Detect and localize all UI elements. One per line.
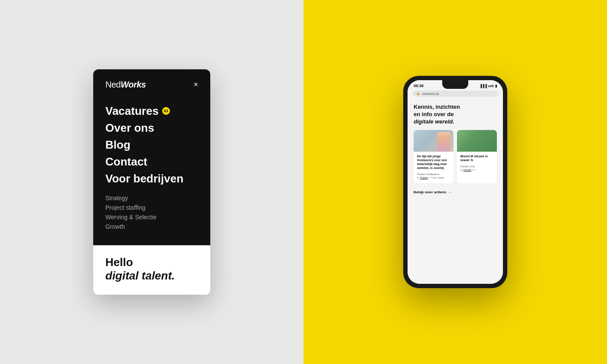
nav-sub-label-growth: Growth [105,223,125,230]
nav-sub-label-project-staffing: Project staffing [105,204,145,211]
tagline: Hello digital talent. [105,256,198,283]
nav-label-vacatures: Vacatures [105,104,159,118]
nav-sub-link-werving[interactable]: Werving & Selectie [105,212,198,222]
heading-line2: en info over de [414,111,454,117]
author-name-1: Paulien Goditiabois [417,173,440,176]
nav-sub-item-growth[interactable]: Growth [105,222,198,231]
nav-sub-label-werving: Werving & Selectie [105,214,157,221]
article-title-1: De tijd dat jonge freelancers voor een b… [417,154,450,170]
nav-sub: Strategy Project staffing Werving & Sele… [105,193,198,231]
nav-link-over-ons[interactable]: Over ons [105,120,198,136]
tagline-italic: digital talent. [105,269,198,283]
phone-time: 09:36 [414,84,424,88]
menu-top: NedWorks × Vacatures53 Over ons [93,69,210,245]
heading-line1: Kennis, inzichten [414,104,460,110]
logo[interactable]: NedWorks [105,80,146,90]
phone-icons: ▐▐▐ wifi ▮ [480,84,497,88]
phone-url-bar: 🔒 nedworks.be [408,89,503,99]
nav-link-voor-bedrijven[interactable]: Voor bedrijven [105,171,198,186]
battery-icon: ▮ [495,84,497,88]
nav-link-contact[interactable]: Contact [105,154,198,169]
right-panel: 09:36 ▐▐▐ wifi ▮ 🔒 nedworks.be Kennis, i… [304,0,607,364]
meer-artikels-text: Bekijk meer artikels [414,190,446,194]
nav-sub-label-strategy: Strategy [105,195,128,202]
read-time-1: 7 min. lezen [430,176,444,179]
nav-sub-link-strategy[interactable]: Strategy [105,193,198,203]
nav-sub-item-project-staffing[interactable]: Project staffing [105,203,198,212]
read-time-2: 7 [473,169,475,171]
meer-artikels-arrow: → [448,190,451,194]
nav-sub-link-growth[interactable]: Growth [105,222,198,231]
tagline-hello: Hello [105,256,133,269]
article-author-1: Paulien Goditiabois in Trends • 7 min. l… [417,172,450,180]
logo-text-normal: Ned [105,80,121,89]
nav-label-blog: Blog [105,138,131,151]
article-body-1: De tijd dat jonge freelancers voor een b… [414,152,454,183]
nav-sub-link-project-staffing[interactable]: Project staffing [105,203,198,212]
category-link-2[interactable]: Trends [463,169,471,171]
article-title-2: Bloovi M nieuwe m brand: N [460,154,493,162]
phone-heading: Kennis, inzichten en info over de digita… [414,104,497,126]
phone-screen: 09:36 ▐▐▐ wifi ▮ 🔒 nedworks.be Kennis, i… [408,80,503,284]
meer-artikels-link[interactable]: Bekijk meer artikels → [414,187,497,196]
nav-item-voor-bedrijven[interactable]: Voor bedrijven [105,171,198,186]
menu-card: NedWorks × Vacatures53 Over ons [93,69,210,295]
heading-italic: digitale wereld. [414,118,454,125]
nav-link-vacatures[interactable]: Vacatures53 [105,104,198,119]
phone-notch [442,80,468,89]
nav-label-over-ons: Over ons [105,121,154,134]
lock-icon: 🔒 [416,92,420,95]
nav-link-blog[interactable]: Blog [105,137,198,153]
wifi-icon: wifi [488,84,494,88]
nav-sub-item-werving[interactable]: Werving & Selectie [105,212,198,222]
nav-item-blog[interactable]: Blog [105,137,198,153]
articles-row: De tijd dat jonge freelancers voor een b… [414,130,497,183]
article-img-1 [414,130,454,152]
menu-header: NedWorks × [105,80,198,90]
article-card-2[interactable]: Bloovi M nieuwe m brand: N Paulien God i… [457,130,497,183]
nav-label-voor-bedrijven: Voor bedrijven [105,172,183,185]
phone-mockup: 09:36 ▐▐▐ wifi ▮ 🔒 nedworks.be Kennis, i… [403,76,507,288]
menu-bottom: Hello digital talent. [93,245,210,295]
logo-text-bold: Works [121,80,146,89]
nav-sub-item-strategy[interactable]: Strategy [105,193,198,203]
nav-item-vacatures[interactable]: Vacatures53 [105,104,198,119]
figure-decoration-1 [437,132,450,152]
url-pill[interactable]: 🔒 nedworks.be [413,91,498,97]
article-img-2 [457,130,497,152]
article-author-2: Paulien God in Trends • 7 [460,165,493,172]
article-card-1[interactable]: De tijd dat jonge freelancers voor een b… [414,130,454,183]
nav-label-contact: Contact [105,155,147,168]
phone-content: Kennis, inzichten en info over de digita… [408,99,503,284]
nav-item-over-ons[interactable]: Over ons [105,120,198,136]
close-icon[interactable]: × [193,81,198,88]
author-name-2: Paulien God [460,165,475,168]
nav-item-contact[interactable]: Contact [105,154,198,169]
nav-main: Vacatures53 Over ons Blog Contact [105,104,198,186]
vacatures-badge: 53 [162,107,170,115]
signal-icon: ▐▐▐ [480,84,487,88]
left-panel: NedWorks × Vacatures53 Over ons [0,0,304,364]
category-link-1[interactable]: Trends [420,176,428,179]
article-body-2: Bloovi M nieuwe m brand: N Paulien God i… [457,152,497,176]
url-text: nedworks.be [422,92,439,95]
